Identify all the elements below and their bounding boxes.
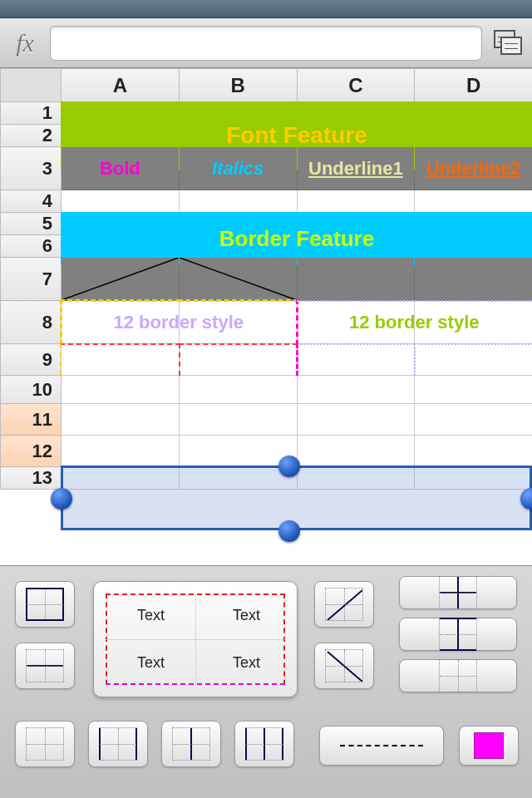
fx-label: fx [7, 29, 43, 57]
border-vertical-middle-button[interactable] [161, 721, 221, 767]
border-none-small-button[interactable] [399, 659, 517, 692]
col-header-c[interactable]: C [297, 69, 415, 102]
row-header[interactable]: 11 [1, 404, 62, 436]
svg-line-1 [180, 258, 297, 300]
border-inside-horizontal-button[interactable] [399, 618, 517, 651]
border-horizontal-middle-button[interactable] [15, 643, 75, 689]
cell-bold[interactable]: Bold [62, 158, 179, 180]
border-preview: Text Text Text Text [93, 581, 298, 697]
col-header-a[interactable]: A [62, 69, 180, 102]
spreadsheet-grid[interactable]: A B C D 1 Font Feature 2 3 Bold Italics … [0, 68, 532, 565]
select-all-corner[interactable] [1, 69, 62, 102]
cell-underline1[interactable]: Underline1 [298, 158, 415, 180]
diagonal-down-icon [180, 258, 297, 300]
row-header[interactable]: 12 [1, 436, 62, 467]
preview-text: Text [137, 607, 165, 624]
border-toolbar: Text Text Text Text [0, 565, 532, 798]
selection-handle[interactable] [278, 520, 300, 542]
selection-handle[interactable] [51, 488, 72, 510]
border-outline-button[interactable] [15, 581, 75, 628]
border-none-button[interactable] [15, 721, 75, 767]
row-header[interactable]: 1 [1, 102, 62, 125]
border-left-right-button[interactable] [234, 721, 294, 767]
row-header[interactable]: 7 [1, 258, 62, 301]
col-header-b[interactable]: B [179, 69, 297, 102]
preview-text: Text [137, 654, 165, 672]
color-swatch-button[interactable] [459, 726, 519, 766]
cell-italics[interactable]: Italics [180, 158, 297, 180]
row-header[interactable]: 10 [1, 376, 62, 404]
svg-line-0 [62, 258, 179, 300]
preview-text: Text [233, 654, 260, 672]
row-header[interactable]: 4 [1, 190, 62, 213]
sheets-icon[interactable] [489, 27, 525, 60]
selection-handle[interactable] [520, 488, 532, 510]
row-header[interactable]: 3 [1, 147, 62, 190]
row-header[interactable]: 2 [1, 125, 62, 147]
col-header-d[interactable]: D [415, 69, 532, 102]
cell-underline2[interactable]: Underline2 [415, 158, 532, 180]
svg-line-3 [328, 652, 362, 682]
dashed-line-icon [340, 745, 423, 746]
border-inside-cross-button[interactable] [399, 576, 517, 609]
row-header[interactable]: 9 [1, 344, 62, 376]
border-inside-vertical-button[interactable] [88, 721, 148, 767]
line-style-button[interactable] [319, 726, 444, 766]
diagonal-up-icon [62, 258, 179, 300]
color-swatch [474, 732, 504, 759]
row-header[interactable]: 5 [1, 213, 62, 235]
border-diagonal-down-button[interactable] [314, 643, 374, 689]
row-header[interactable]: 13 [1, 467, 62, 490]
row-header[interactable]: 6 [1, 235, 62, 258]
border-diagonal-up-button[interactable] [314, 581, 374, 628]
row-header[interactable]: 8 [1, 301, 62, 344]
formula-input[interactable] [50, 26, 482, 61]
preview-text: Text [233, 607, 260, 624]
formula-bar: fx [0, 18, 532, 68]
svg-line-2 [328, 590, 362, 620]
titlebar [0, 0, 532, 18]
